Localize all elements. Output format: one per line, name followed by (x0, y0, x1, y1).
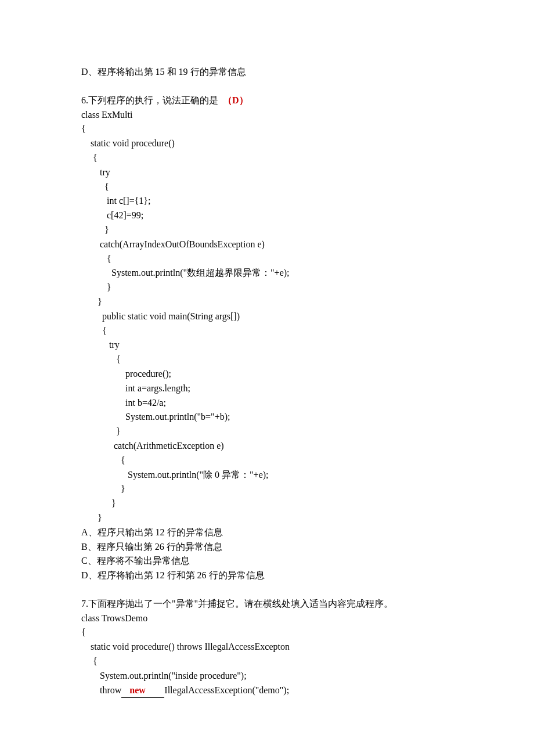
q6-code-line: static void procedure() (81, 136, 453, 151)
q6-code-line: int b=42/a; (81, 396, 453, 411)
q6-code-line: } (81, 511, 453, 525)
q6-answer: （D） (223, 95, 248, 105)
q6-code-line: } (81, 424, 453, 439)
q6-code-line: } (81, 223, 453, 237)
fill-in-blank: new (121, 683, 164, 699)
q6-code-line: class ExMulti (81, 108, 453, 123)
q6-code-line: System.out.println("数组超越界限异常："+e); (81, 266, 453, 280)
q6-code-line: public static void main(String args[]) (81, 309, 453, 324)
q7-throw-line: throw new IllegalAccessException("demo")… (81, 683, 453, 699)
q6-code-line: { (81, 324, 453, 339)
prev-option-d: D、程序将输出第 15 和 19 行的异常信息 (81, 65, 453, 80)
q6-code-line: } (81, 280, 453, 295)
blank-line (81, 80, 453, 93)
q6-code-line: } (81, 295, 453, 309)
q6-code-line: { (81, 180, 453, 195)
q6-code-line: try (81, 165, 453, 180)
q6-code-line: catch(ArrayIndexOutOfBoundsException e) (81, 237, 453, 252)
q6-code-line: System.out.println("除 0 异常："+e); (81, 468, 453, 483)
q6-code-line: procedure(); (81, 367, 453, 381)
q6-option-a: A、程序只输出第 12 行的异常信息 (81, 525, 453, 540)
blank-answer-new: new (122, 685, 160, 695)
q6-code-line: { (81, 352, 453, 367)
q6-option-d: D、程序将输出第 12 行和第 26 行的异常信息 (81, 568, 453, 583)
throw-keyword: throw (81, 685, 121, 695)
q7-code-line: { (81, 625, 453, 640)
q7-code-line: System.out.println("inside procedure"); (81, 669, 453, 683)
q7-code-line: class TrowsDemo (81, 611, 453, 626)
q6-code-line: } (81, 482, 453, 496)
q6-code-line: int c[]={1}; (81, 194, 453, 208)
q6-code-line: { (81, 453, 453, 468)
q7-code-line: static void procedure() throws IllegalAc… (81, 640, 453, 654)
q6-option-b: B、程序只输出第 26 行的异常信息 (81, 540, 453, 555)
q6-code-line: int a=args.length; (81, 381, 453, 396)
throw-tail: IllegalAccessException("demo"); (164, 685, 289, 695)
q6-code-line: catch(ArithmeticException e) (81, 439, 453, 453)
q6-code-line: { (81, 122, 453, 136)
document-page: D、程序将输出第 15 和 19 行的异常信息 6.下列程序的执行，说法正确的是… (0, 0, 534, 756)
q7-code-line: { (81, 654, 453, 669)
q6-code-line: c[42]=99; (81, 208, 453, 223)
q6-stem: 6.下列程序的执行，说法正确的是 （D） (81, 93, 453, 108)
q6-option-c: C、程序将不输出异常信息 (81, 554, 453, 568)
q6-code-line: System.out.println("b="+b); (81, 410, 453, 424)
q6-stem-text: 6.下列程序的执行，说法正确的是 (81, 95, 223, 105)
q6-code-line: { (81, 252, 453, 267)
blank-line (81, 583, 453, 597)
q6-code-line: { (81, 151, 453, 165)
q7-stem: 7.下面程序抛出了一个"异常"并捕捉它。请在横线处填入适当内容完成程序。 (81, 597, 453, 611)
q6-code-line: } (81, 496, 453, 511)
q6-code-line: try (81, 338, 453, 352)
